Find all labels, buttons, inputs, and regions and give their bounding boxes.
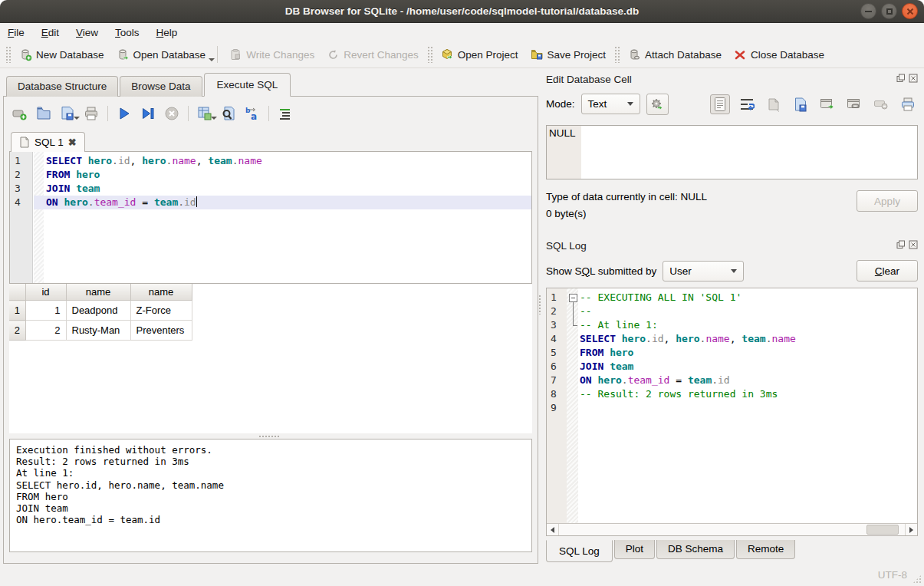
text-document-icon (713, 97, 727, 112)
close-panel-button[interactable] (909, 72, 918, 86)
export-file-button[interactable] (791, 94, 811, 114)
edit-cell-title: Edit Database Cell (546, 74, 896, 85)
cell-team-name[interactable]: Z-Force (130, 301, 192, 321)
row-header[interactable]: 1 (9, 301, 25, 321)
toolbar-handle[interactable] (5, 46, 11, 63)
sql-1-tab[interactable]: SQL 1 ✖ (11, 132, 85, 152)
menu-edit[interactable]: Edit (41, 27, 59, 38)
float-panel-button[interactable] (896, 72, 906, 86)
tab-db-schema[interactable]: DB Schema (656, 540, 735, 559)
scrollbar-track[interactable] (559, 524, 905, 535)
svg-text:b: b (245, 107, 251, 114)
print-cell-button[interactable] (898, 94, 918, 114)
minimize-button[interactable] (860, 3, 876, 19)
minimize-icon (865, 11, 872, 12)
code-line: 2-- (547, 305, 917, 318)
submitter-select[interactable]: User (663, 261, 744, 281)
sql-log-view: 1-- EXECUTING ALL IN 'SQL 1'2--3-- At li… (547, 288, 917, 523)
scroll-right-arrow-icon[interactable] (905, 524, 917, 535)
open-project-button[interactable]: Open Project (435, 45, 524, 64)
bottom-tab-bar: SQL Log Plot DB Schema Remote (546, 541, 918, 564)
close-button[interactable] (902, 3, 918, 19)
set-null-icon (873, 99, 889, 110)
revert-changes-button: Revert Changes (321, 45, 425, 64)
close-database-button[interactable]: Close Database (728, 45, 830, 64)
open-external-button[interactable] (817, 94, 837, 114)
apply-format-button[interactable] (646, 94, 669, 115)
menu-tools[interactable]: Tools (115, 27, 140, 38)
resize-grip[interactable] (912, 574, 922, 584)
auto-indent-button[interactable] (276, 104, 294, 123)
execute-sql-frame: ba SQL 1 ✖ 1SELECT hero.id, her (3, 96, 538, 564)
cell-hero-name[interactable]: Rusty-Man (66, 321, 130, 341)
results-corner-header[interactable] (9, 284, 25, 301)
cell-editor-content[interactable] (581, 126, 917, 179)
mode-select[interactable]: Text (581, 94, 640, 114)
export-results-button[interactable] (196, 104, 214, 123)
results-table-area[interactable]: id name name 1 1 Deadpond Z-Force 2 (9, 284, 532, 433)
results-column-header[interactable]: name (130, 284, 192, 301)
titlebar[interactable]: DB Browser for SQLite - /home/user/code/… (0, 0, 924, 23)
open-database-dropdown-icon[interactable] (209, 58, 215, 61)
toolbar-handle[interactable] (614, 46, 620, 63)
sql-toolbar-separator (188, 106, 189, 121)
window-link-button[interactable] (844, 94, 864, 114)
format-sql-button[interactable]: ba (243, 104, 261, 123)
tab-plot[interactable]: Plot (614, 540, 655, 559)
toolbar-handle[interactable] (427, 46, 432, 63)
tab-execute-sql[interactable]: Execute SQL (204, 73, 291, 97)
import-file-button (764, 94, 784, 114)
tab-database-structure[interactable]: Database Structure (6, 76, 118, 97)
row-header[interactable]: 2 (9, 321, 25, 341)
word-wrap-button[interactable] (737, 94, 757, 114)
open-sql-file-button[interactable] (35, 104, 53, 123)
menu-view[interactable]: View (76, 27, 98, 38)
close-panel-button[interactable] (909, 239, 918, 252)
save-project-button[interactable]: Save Project (524, 45, 613, 64)
sql-log-dock-header: SQL Log (546, 238, 918, 253)
tab-remote[interactable]: Remote (736, 540, 795, 559)
attach-database-icon (628, 48, 641, 61)
tab-sql-log[interactable]: SQL Log (546, 540, 613, 562)
find-replace-button[interactable] (219, 104, 238, 123)
menu-file[interactable]: File (8, 27, 25, 38)
panel-splitter[interactable] (538, 68, 541, 564)
sql-file-icon (19, 137, 30, 148)
log-horizontal-scrollbar[interactable] (547, 523, 917, 535)
new-sql-tab-button[interactable] (11, 104, 29, 123)
cell-id[interactable]: 2 (25, 321, 66, 341)
tab-browse-data[interactable]: Browse Data (120, 76, 202, 97)
attach-database-button[interactable]: Attach Database (622, 45, 728, 64)
execute-all-button[interactable] (115, 104, 133, 123)
results-column-header[interactable]: name (66, 284, 130, 301)
cell-hero-name[interactable]: Deadpond (66, 301, 130, 321)
table-row[interactable]: 2 2 Rusty-Man Preventers (9, 321, 192, 341)
open-external-icon (820, 97, 835, 111)
float-panel-button[interactable] (896, 239, 906, 252)
new-database-button[interactable]: New Database (13, 45, 110, 64)
export-results-dropdown-icon[interactable] (211, 117, 217, 120)
import-file-icon (766, 97, 781, 112)
sql-editor[interactable]: 1SELECT hero.id, hero.name, team.name2FR… (9, 151, 532, 284)
open-database-button[interactable]: Open Database (110, 45, 212, 64)
sql-editor-code[interactable]: 1SELECT hero.id, hero.name, team.name2FR… (10, 152, 531, 209)
text-mode-button[interactable] (710, 94, 730, 114)
menu-help[interactable]: Help (156, 27, 178, 38)
table-row[interactable]: 1 1 Deadpond Z-Force (9, 301, 192, 321)
scrollbar-thumb[interactable] (866, 525, 899, 535)
set-null-button (871, 94, 891, 114)
cell-team-name[interactable]: Preventers (130, 321, 192, 341)
auto-indent-icon (277, 105, 294, 122)
clear-log-button[interactable]: Clear (857, 260, 918, 281)
results-column-header[interactable]: id (25, 284, 66, 301)
cell-editor[interactable]: NULL (546, 125, 918, 179)
print-sql-button[interactable] (82, 104, 100, 123)
close-tab-icon[interactable]: ✖ (68, 137, 77, 148)
save-sql-file-button[interactable] (58, 104, 77, 123)
scroll-left-arrow-icon[interactable] (547, 524, 559, 535)
execute-current-line-button[interactable] (139, 104, 157, 123)
maximize-button[interactable] (881, 3, 897, 19)
results-log-splitter[interactable] (9, 433, 532, 439)
cell-id[interactable]: 1 (25, 301, 66, 321)
save-sql-dropdown-icon[interactable] (74, 117, 80, 120)
